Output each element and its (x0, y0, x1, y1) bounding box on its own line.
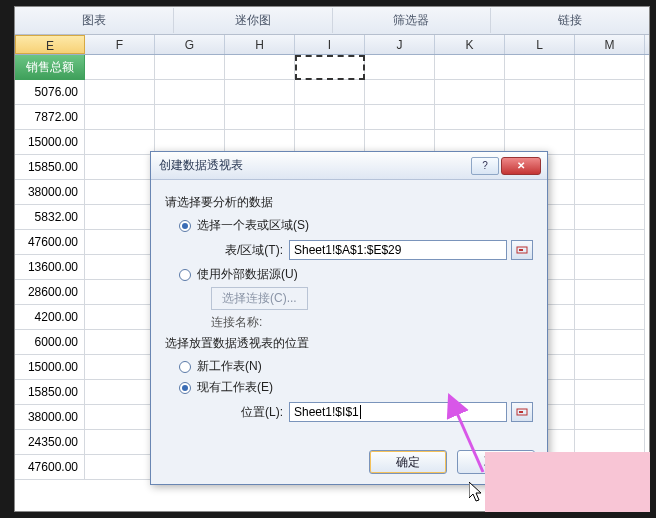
value-cell[interactable]: 15850.00 (15, 155, 85, 180)
cursor-icon (469, 482, 485, 504)
empty-cell[interactable] (85, 205, 155, 230)
empty-cell[interactable] (85, 455, 155, 480)
col-header-G[interactable]: G (155, 35, 225, 54)
empty-cell[interactable] (85, 430, 155, 455)
ribbon-tab-chart[interactable]: 图表 (15, 8, 174, 33)
empty-cell[interactable] (435, 105, 505, 130)
value-cell[interactable]: 15000.00 (15, 355, 85, 380)
empty-cell[interactable] (575, 205, 645, 230)
value-cell[interactable]: 38000.00 (15, 405, 85, 430)
collapse-dialog-button-2[interactable] (511, 402, 533, 422)
empty-cell[interactable] (575, 230, 645, 255)
dialog-titlebar[interactable]: 创建数据透视表 ? ✕ (151, 152, 547, 180)
empty-cell[interactable] (575, 155, 645, 180)
ribbon-tabs: 图表 迷你图 筛选器 链接 (15, 7, 649, 35)
column-headers: E F G H I J K L M (15, 35, 649, 55)
empty-cell[interactable] (505, 80, 575, 105)
col-header-K[interactable]: K (435, 35, 505, 54)
empty-cell[interactable] (85, 355, 155, 380)
empty-cell[interactable] (85, 330, 155, 355)
value-cell[interactable]: 5076.00 (15, 80, 85, 105)
location-input[interactable]: Sheet1!$I$1 (289, 402, 507, 422)
radio-new-sheet[interactable]: 新工作表(N) (179, 358, 533, 375)
ribbon-tab-filter[interactable]: 筛选器 (333, 8, 492, 33)
empty-cell[interactable] (365, 55, 435, 80)
col-header-L[interactable]: L (505, 35, 575, 54)
value-cell[interactable]: 38000.00 (15, 180, 85, 205)
empty-cell[interactable] (575, 80, 645, 105)
value-cell[interactable]: 28600.00 (15, 280, 85, 305)
empty-cell[interactable] (85, 155, 155, 180)
col-header-J[interactable]: J (365, 35, 435, 54)
empty-cell[interactable] (295, 55, 365, 80)
value-cell[interactable]: 47600.00 (15, 230, 85, 255)
close-button[interactable]: ✕ (501, 157, 541, 175)
empty-cell[interactable] (505, 55, 575, 80)
empty-cell[interactable] (295, 105, 365, 130)
empty-cell[interactable] (435, 55, 505, 80)
value-cell[interactable]: 5832.00 (15, 205, 85, 230)
empty-cell[interactable] (575, 55, 645, 80)
empty-cell[interactable] (85, 105, 155, 130)
radio-select-table[interactable]: 选择一个表或区域(S) (179, 217, 533, 234)
col-header-H[interactable]: H (225, 35, 295, 54)
ribbon-tab-link[interactable]: 链接 (491, 8, 649, 33)
empty-cell[interactable] (435, 80, 505, 105)
value-cell[interactable]: 13600.00 (15, 255, 85, 280)
empty-cell[interactable] (575, 105, 645, 130)
empty-cell[interactable] (155, 55, 225, 80)
empty-cell[interactable] (225, 55, 295, 80)
empty-cell[interactable] (575, 380, 645, 405)
empty-cell[interactable] (575, 255, 645, 280)
value-cell[interactable]: 15000.00 (15, 130, 85, 155)
value-cell[interactable]: 15850.00 (15, 380, 85, 405)
location-label: 位置(L): (205, 404, 283, 421)
empty-cell[interactable] (575, 355, 645, 380)
empty-cell[interactable] (85, 230, 155, 255)
empty-cell[interactable] (365, 105, 435, 130)
empty-cell[interactable] (225, 80, 295, 105)
empty-cell[interactable] (295, 80, 365, 105)
col-header-M[interactable]: M (575, 35, 645, 54)
empty-cell[interactable] (505, 105, 575, 130)
empty-cell[interactable] (155, 80, 225, 105)
ok-button[interactable]: 确定 (369, 450, 447, 474)
empty-cell[interactable] (575, 130, 645, 155)
value-cell[interactable]: 24350.00 (15, 430, 85, 455)
empty-cell[interactable] (365, 80, 435, 105)
empty-cell[interactable] (85, 80, 155, 105)
radio-existing-sheet[interactable]: 现有工作表(E) (179, 379, 533, 396)
empty-cell[interactable] (85, 55, 155, 80)
empty-cell[interactable] (155, 105, 225, 130)
col-header-I[interactable]: I (295, 35, 365, 54)
ribbon-tab-sparkline[interactable]: 迷你图 (174, 8, 333, 33)
value-cell[interactable]: 47600.00 (15, 455, 85, 480)
empty-cell[interactable] (85, 280, 155, 305)
header-cell[interactable]: 销售总额 (15, 55, 85, 80)
empty-cell[interactable] (575, 305, 645, 330)
empty-cell[interactable] (85, 380, 155, 405)
empty-cell[interactable] (85, 255, 155, 280)
collapse-dialog-button[interactable] (511, 240, 533, 260)
section-data-source: 请选择要分析的数据 (165, 194, 533, 211)
empty-cell[interactable] (85, 130, 155, 155)
empty-cell[interactable] (575, 180, 645, 205)
empty-cell[interactable] (575, 405, 645, 430)
empty-cell[interactable] (575, 330, 645, 355)
value-cell[interactable]: 4200.00 (15, 305, 85, 330)
col-header-E[interactable]: E (15, 35, 85, 54)
empty-cell[interactable] (225, 105, 295, 130)
value-cell[interactable]: 6000.00 (15, 330, 85, 355)
create-pivot-dialog: 创建数据透视表 ? ✕ 请选择要分析的数据 选择一个表或区域(S) 表/区域(T… (150, 151, 548, 485)
empty-cell[interactable] (85, 405, 155, 430)
value-cell[interactable]: 7872.00 (15, 105, 85, 130)
col-header-F[interactable]: F (85, 35, 155, 54)
empty-cell[interactable] (575, 280, 645, 305)
empty-cell[interactable] (85, 180, 155, 205)
overlay-block (485, 452, 650, 512)
help-button[interactable]: ? (471, 157, 499, 175)
radio-external-source[interactable]: 使用外部数据源(U) (179, 266, 533, 283)
close-icon: ✕ (517, 160, 525, 171)
empty-cell[interactable] (85, 305, 155, 330)
table-range-input[interactable]: Sheet1!$A$1:$E$29 (289, 240, 507, 260)
